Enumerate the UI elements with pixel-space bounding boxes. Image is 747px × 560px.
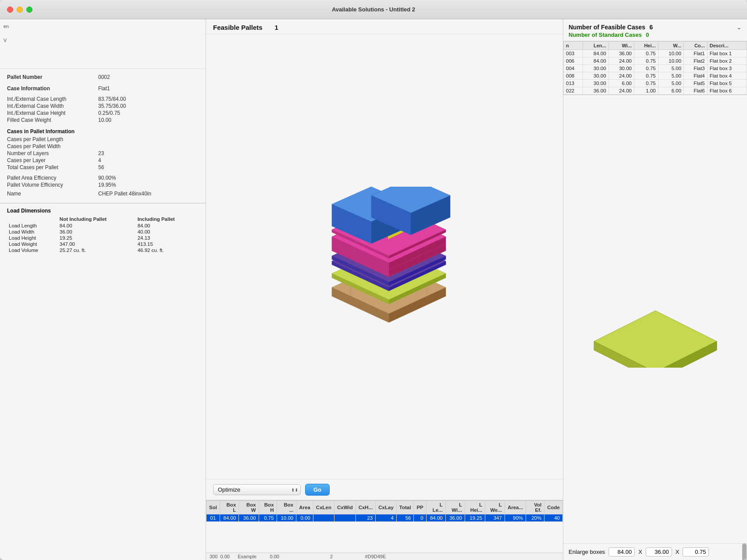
bottom-col-header: Box W [239,501,259,514]
bottom-scroll-row: 300 0.00 Example 0.00 2 #D9D49E [206,553,563,560]
cases-col-header: Hei... [634,42,658,50]
bt-vol-ef: 20% [526,514,544,522]
load-dim-row: Load Volume 25.27 cu. ft. 46.92 cu. ft. [7,247,199,253]
total-cases-per-pallet-label: Total Cases per Pallet [7,164,95,170]
int-ext-length-label: Int./External Case Length [7,96,95,102]
pallet-3d-view [206,34,563,479]
load-dim-not-incl: 19.25 [58,235,136,241]
bottom-col-header: Vol Ef. [526,501,544,514]
scrollbar-thumb[interactable] [742,543,747,560]
cases-table-row[interactable]: 013 30.00 6.00 0.75 5.00 Flat5 Flat box … [564,80,747,87]
cases-table-row[interactable]: 004 30.00 30.00 0.75 5.00 Flat3 Flat box… [564,65,747,72]
number-of-layers-value: 23 [98,150,104,156]
bt-box-h: 0.75 [259,514,277,522]
enlarge-x3-input[interactable] [683,547,709,556]
bottom-col-header: PP [414,501,426,514]
cases-table-row[interactable]: 003 84.00 36.00 0.75 10.00 Flat1 Flat bo… [564,50,747,57]
load-dim-label: Load Weight [7,241,58,247]
cases-per-layer-row: Cases per Layer 4 [7,157,199,163]
case-descri: Flat box 3 [707,65,747,72]
load-dim-not-incl: 25.27 cu. ft. [58,247,136,253]
pallet-volume-efficiency-row: Pallet Volume Efficiency 19.95% [7,182,199,188]
bt-l-wi: 36.00 [445,514,465,522]
cases-col-header: Len... [583,42,608,50]
case-len: 84.00 [583,50,608,57]
bt-box-l: 84.00 [220,514,238,522]
maximize-button[interactable] [26,7,32,13]
bt-area-eff: 90% [505,514,526,522]
name-label: Name [7,191,95,197]
int-ext-width-label: Int./External Case Width [7,103,95,109]
cases-per-pallet-width-label: Cases per Pallet Width [7,143,95,149]
right-title-row: Number of Feasible Cases 6 ⌄ [569,24,742,31]
bt-l-we: 347 [485,514,505,522]
enlarge-x2-input[interactable] [646,547,672,556]
case-n: 003 [564,50,583,57]
case-descri: Flat box 5 [707,80,747,87]
load-dim-row: Load Length 84.00 84.00 [7,223,199,229]
case-information-row: Case Information Flat1 [7,85,199,93]
load-dimensions-title: Load Dimensions [7,208,199,214]
bottom-data-table: SolBox LBox WBox HBox ...AreaCxLenCxWidC… [206,500,563,522]
int-ext-height-label: Int./External Case Height [7,110,95,116]
filled-case-weight-value: 10.00 [98,117,111,123]
pallet-volume-efficiency-value: 19.95% [98,182,116,188]
filled-case-weight-row: Filled Case Weight 10.00 [7,117,199,123]
cases-table-container[interactable]: nLen...Wi...Hei...W...Co...Descri... 003… [563,41,747,95]
bottom-col-header: L We... [485,501,505,514]
case-descri: Flat box 2 [707,57,747,65]
minimize-button[interactable] [17,7,23,13]
pallet-3d-svg [310,187,459,327]
case-hei: 0.75 [634,50,658,57]
bt-box-x: 10.00 [277,514,296,522]
pallet-area-efficiency-row: Pallet Area Efficiency 90.00% [7,175,199,181]
cases-per-pallet-length-label: Cases per Pallet Length [7,136,95,142]
load-dim-incl: 84.00 [136,223,199,229]
optimize-select[interactable]: Optimize [213,484,301,495]
bottom-col-header: CxLay [376,501,397,514]
enlarge-label: Enlarge boxes [569,549,605,555]
cases-table-row[interactable]: 006 84.00 24.00 0.75 10.00 Flat2 Flat bo… [564,57,747,65]
case-hei: 0.75 [634,57,658,65]
cases-per-pallet-length-row: Cases per Pallet Length [7,136,199,142]
num-feasible-label: Number of Feasible Cases [569,24,645,31]
pallet-number-label: Pallet Number [7,74,95,80]
load-dim-row: Load Weight 347.00 413.15 [7,241,199,247]
cases-col-header: Co... [684,42,708,50]
optimize-wrapper: Optimize [213,484,301,495]
go-button[interactable]: Go [305,484,330,496]
load-dim-incl: 413.15 [136,241,199,247]
case-wi: 36.00 [608,50,634,57]
cases-col-header: n [564,42,583,50]
cases-table: nLen...Wi...Hei...W...Co...Descri... 003… [563,41,747,95]
load-dimensions-section: Load Dimensions Not Including Pallet Inc… [0,203,206,258]
case-len: 30.00 [583,65,608,72]
cases-table-row[interactable]: 008 30.00 24.00 0.75 5.00 Flat4 Flat box… [564,72,747,80]
case-co: Flat1 [684,50,708,57]
bottom-col-header: CxH... [356,501,376,514]
enlarge-x1-input[interactable] [608,547,635,556]
traffic-lights [7,7,32,13]
cases-per-layer-value: 4 [98,157,101,163]
case-w: 10.00 [658,50,683,57]
bottom-col-header: L Le... [426,501,445,514]
case-descri: Flat box 6 [707,87,747,95]
number-of-layers-row: Number of Layers 23 [7,150,199,156]
cases-table-row[interactable]: 022 36.00 24.00 1.00 6.00 Flat6 Flat box… [564,87,747,95]
close-button[interactable] [7,7,13,13]
case-hei: 0.75 [634,80,658,87]
chevron-down-icon[interactable]: ⌄ [736,24,742,31]
enlarge-x-label2: X [676,549,679,555]
pallet-volume-efficiency-label: Pallet Volume Efficiency [7,182,95,188]
load-dim-not-incl: 36.00 [58,229,136,235]
right-top: Number of Feasible Cases 6 ⌄ Number of S… [563,19,747,41]
bottom-table-row[interactable]: 01 84.00 36.00 0.75 10.00 0.00 23 4 56 0… [206,514,563,522]
title-bar: Available Solutions - Untitled 2 [0,0,747,19]
case-w: 10.00 [658,57,683,65]
load-dim-label: Load Volume [7,247,58,253]
load-col-label [7,216,58,223]
case-n: 008 [564,72,583,80]
info-panel: Pallet Number 0002 Case Information Flat… [0,69,206,203]
load-dim-incl: 24.13 [136,235,199,241]
bottom-table-area[interactable]: SolBox LBox WBox HBox ...AreaCxLenCxWidC… [206,500,563,553]
